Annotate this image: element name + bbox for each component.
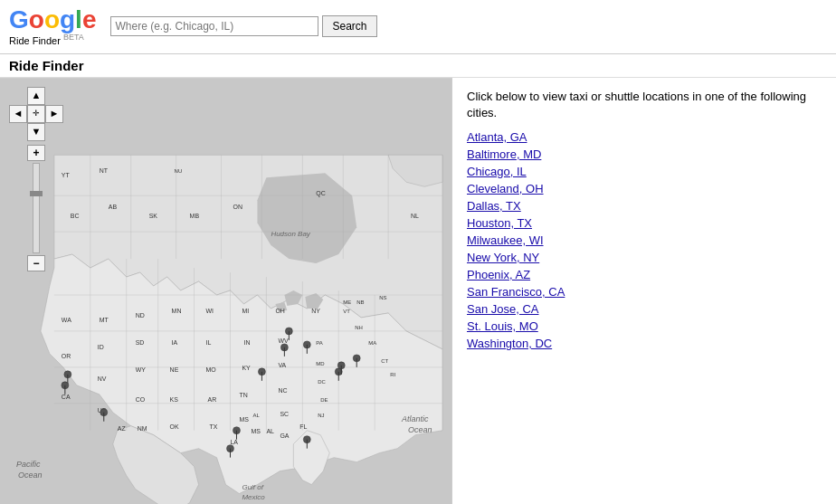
nav-left-button[interactable]: ◄ — [9, 105, 27, 123]
svg-text:MS: MS — [239, 415, 249, 422]
svg-text:Ocean: Ocean — [408, 424, 432, 433]
city-link-newyork[interactable]: New York, NY — [467, 251, 539, 264]
zoom-out-button[interactable]: − — [27, 255, 45, 271]
city-link-dallas[interactable]: Dallas, TX — [467, 199, 521, 213]
svg-text:FL: FL — [299, 423, 307, 429]
city-link-sanjose[interactable]: San Jose, CA — [467, 302, 539, 316]
svg-text:BC: BC — [71, 213, 80, 219]
nav-down-button[interactable]: ▼ — [27, 123, 45, 141]
city-link-washington[interactable]: Washington, DC — [467, 337, 552, 350]
city-link-sanfrancisco[interactable]: San Francisco, CA — [467, 285, 565, 299]
zoom-handle — [30, 191, 43, 196]
nav-center-button[interactable]: ✛ — [27, 105, 45, 123]
svg-text:OH: OH — [275, 308, 284, 314]
city-link-atlanta[interactable]: Atlanta, GA — [467, 130, 527, 144]
svg-text:NT: NT — [100, 167, 109, 174]
svg-text:NS: NS — [379, 295, 386, 300]
svg-text:TX: TX — [210, 423, 218, 429]
svg-text:ND: ND — [136, 312, 145, 319]
svg-text:IN: IN — [243, 339, 250, 346]
svg-text:NV: NV — [98, 375, 107, 381]
nav-up-button[interactable]: ▲ — [27, 87, 45, 105]
svg-text:MA: MA — [368, 340, 376, 346]
city-list: Atlanta, GABaltimore, MDChicago, ILCleve… — [467, 130, 822, 350]
nav-right-button[interactable]: ► — [45, 105, 63, 123]
svg-text:NE: NE — [170, 366, 179, 372]
city-link-baltimore[interactable]: Baltimore, MD — [467, 147, 541, 161]
svg-text:MI: MI — [242, 308, 249, 314]
list-item: New York, NY — [467, 251, 822, 264]
svg-text:NC: NC — [278, 386, 287, 393]
svg-text:NM: NM — [138, 424, 147, 431]
svg-text:ME: ME — [343, 300, 351, 305]
zoom-track[interactable] — [33, 163, 40, 253]
svg-text:WA: WA — [62, 317, 71, 323]
svg-text:AR: AR — [208, 395, 217, 402]
svg-text:MS: MS — [251, 427, 261, 433]
logo-area: Google Ride Finder BETA — [9, 7, 96, 46]
search-button[interactable]: Search — [322, 15, 376, 37]
svg-text:AZ: AZ — [118, 424, 127, 431]
sidebar-description: Click below to view taxi or shuttle loca… — [467, 89, 822, 121]
svg-text:NB: NB — [356, 300, 364, 305]
svg-text:MN: MN — [172, 308, 182, 314]
svg-text:SD: SD — [136, 339, 145, 346]
svg-text:OK: OK — [170, 423, 179, 429]
svg-text:Ocean: Ocean — [18, 470, 42, 479]
svg-text:IL: IL — [206, 339, 212, 346]
list-item: Milwaukee, WI — [467, 233, 822, 247]
list-item: Cleveland, OH — [467, 182, 822, 195]
svg-text:NU: NU — [175, 168, 183, 174]
city-link-cleveland[interactable]: Cleveland, OH — [467, 182, 544, 195]
svg-text:MT: MT — [100, 317, 109, 323]
svg-text:TN: TN — [239, 391, 247, 397]
list-item: San Francisco, CA — [467, 285, 822, 299]
zoom-in-button[interactable]: + — [27, 145, 45, 161]
svg-text:WI: WI — [206, 308, 214, 314]
search-input[interactable] — [110, 16, 318, 36]
list-item: Phoenix, AZ — [467, 268, 822, 281]
sidebar: Click below to view taxi or shuttle loca… — [452, 78, 836, 504]
svg-text:WY: WY — [136, 366, 147, 372]
svg-text:IA: IA — [172, 339, 178, 346]
list-item: St. Louis, MO — [467, 319, 822, 333]
ride-finder-logo-text: Ride Finder — [9, 35, 61, 46]
svg-text:MO: MO — [206, 366, 217, 372]
city-link-stlouis[interactable]: St. Louis, MO — [467, 319, 538, 333]
svg-text:AB: AB — [109, 204, 118, 210]
svg-text:Mexico: Mexico — [242, 492, 265, 500]
svg-text:DC: DC — [318, 378, 326, 384]
svg-text:SC: SC — [280, 410, 289, 416]
svg-text:NL: NL — [411, 213, 419, 219]
city-link-milwaukee[interactable]: Milwaukee, WI — [467, 233, 544, 247]
city-link-chicago[interactable]: Chicago, IL — [467, 165, 527, 178]
svg-text:MB: MB — [190, 213, 200, 219]
list-item: Chicago, IL — [467, 165, 822, 178]
svg-text:DE: DE — [320, 396, 328, 402]
svg-text:AL: AL — [252, 412, 260, 417]
svg-text:CT: CT — [381, 358, 388, 364]
list-item: Houston, TX — [467, 216, 822, 230]
svg-text:PA: PA — [316, 340, 323, 346]
city-link-phoenix[interactable]: Phoenix, AZ — [467, 268, 530, 281]
svg-text:Gulf of: Gulf of — [242, 482, 263, 490]
page-title: Ride Finder — [0, 54, 836, 78]
svg-text:OR: OR — [62, 353, 71, 359]
svg-text:LA: LA — [230, 438, 238, 444]
search-area: Search — [110, 15, 376, 37]
svg-text:VT: VT — [343, 309, 350, 314]
svg-text:VA: VA — [278, 362, 286, 368]
svg-text:ON: ON — [233, 204, 242, 210]
logo-sub: Ride Finder BETA — [9, 33, 96, 46]
svg-text:SK: SK — [149, 213, 158, 219]
list-item: Washington, DC — [467, 337, 822, 350]
beta-badge: BETA — [63, 33, 84, 42]
svg-text:MD: MD — [316, 361, 325, 366]
main-content: BC AB SK MB ON QC NL NT YT NU WA OR CA M… — [0, 78, 836, 504]
svg-text:RI: RI — [390, 371, 395, 376]
map-controls: ▲ ◄ ✛ ► ▼ + − — [9, 87, 63, 271]
svg-text:KY: KY — [242, 365, 251, 371]
svg-text:WV: WV — [278, 338, 289, 344]
list-item: Baltimore, MD — [467, 147, 822, 161]
city-link-houston[interactable]: Houston, TX — [467, 216, 532, 230]
